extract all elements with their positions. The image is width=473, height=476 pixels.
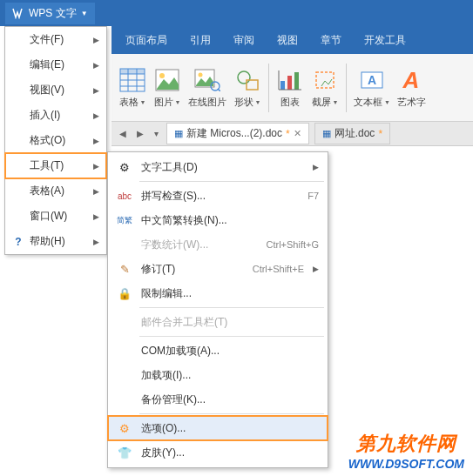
menu-file[interactable]: 文件(F)▶ [5, 27, 106, 52]
gear-icon: ⚙ [117, 420, 132, 436]
chevron-right-icon: ▶ [313, 265, 319, 273]
chinese-convert-icon: 简繁 [117, 212, 132, 228]
doc-nav-dropdown[interactable]: ▾ [152, 127, 161, 140]
submenu-label: 皮肤(Y)... [141, 446, 319, 460]
picture-icon [153, 66, 181, 94]
tab-dev-tools[interactable]: 开发工具 [354, 27, 416, 54]
chevron-right-icon: ▶ [93, 212, 99, 221]
chevron-right-icon: ▶ [93, 36, 99, 44]
menu-label: 插入(I) [30, 108, 93, 123]
document-icon: ▦ [322, 128, 331, 139]
submenu-spellcheck[interactable]: abc 拼写检查(S)... F7 [108, 184, 328, 208]
help-icon: ? [12, 236, 24, 248]
table-icon [118, 66, 146, 94]
submenu-restrict-edit[interactable]: 🔒 限制编辑... [108, 281, 328, 305]
submenu-chinese-convert[interactable]: 简繁 中文简繁转换(N)... [108, 208, 328, 232]
chevron-right-icon: ▶ [93, 162, 99, 171]
ribbon-shapes[interactable]: 形状▼ [233, 66, 261, 109]
chevron-right-icon: ▶ [93, 238, 99, 246]
doc-nav-next[interactable]: ▶ [134, 127, 146, 140]
main-menu-dropdown: 文件(F)▶ 编辑(E)▶ 视图(V)▶ 插入(I)▶ 格式(O)▶ 工具(T)… [4, 26, 107, 255]
menu-window[interactable]: 窗口(W)▶ [5, 204, 106, 229]
tab-review[interactable]: 审阅 [223, 27, 265, 54]
menu-tools[interactable]: 工具(T)▶ [5, 153, 106, 178]
unsaved-indicator: * [378, 128, 382, 140]
ribbon-wordart[interactable]: A 艺术字 [397, 66, 426, 109]
submenu-options[interactable]: ⚙ 选项(O)... [108, 416, 328, 440]
mail-merge-icon [117, 314, 132, 330]
submenu-label: COM加载项(A)... [141, 344, 319, 359]
menu-format[interactable]: 格式(O)▶ [5, 128, 106, 153]
svg-point-10 [199, 73, 203, 77]
chevron-right-icon: ▶ [93, 111, 99, 120]
svg-rect-15 [280, 81, 285, 90]
menu-help[interactable]: ?帮助(H)▶ [5, 229, 106, 254]
submenu-backup[interactable]: 备份管理(K)... [108, 387, 328, 412]
close-tab-icon[interactable]: ✕ [294, 128, 301, 139]
submenu-label: 字数统计(W)... [141, 238, 257, 252]
wps-logo-icon [12, 7, 24, 19]
skin-icon: 👕 [117, 445, 132, 460]
document-icon: ▦ [174, 128, 183, 139]
doc-tab[interactable]: ▦ 网址.doc * [314, 123, 390, 144]
submenu-label: 备份管理(K)... [141, 392, 319, 407]
tab-references[interactable]: 引用 [179, 27, 221, 54]
com-addins-icon [117, 343, 132, 359]
chevron-right-icon: ▶ [93, 61, 99, 70]
doc-tab-active[interactable]: ▦ 新建 Micros...(2).doc * ✕ [166, 123, 309, 144]
menu-table[interactable]: 表格(A)▶ [5, 178, 106, 204]
submenu-com-addins[interactable]: COM加载项(A)... [108, 339, 328, 363]
submenu-text-tools[interactable]: ⚙ 文字工具(D) ▶ [108, 155, 328, 179]
submenu-label: 限制编辑... [141, 286, 319, 301]
submenu-label: 加载项(I)... [141, 368, 319, 383]
submenu-addins[interactable]: 加载项(I)... [108, 363, 328, 387]
menu-view[interactable]: 视图(V)▶ [5, 77, 106, 103]
svg-text:A: A [402, 67, 420, 93]
online-picture-icon [193, 66, 221, 94]
submenu-word-count[interactable]: 字数统计(W)... Ctrl+Shift+G [108, 232, 328, 257]
tab-view[interactable]: 视图 [267, 27, 308, 54]
doc-nav-prev[interactable]: ◀ [117, 127, 129, 140]
caret-down-icon: ▼ [140, 99, 146, 105]
ribbon-tabs: 页面布局 引用 审阅 视图 章节 开发工具 [111, 26, 473, 54]
ribbon-chart[interactable]: 图表 [276, 66, 304, 109]
submenu-mail-merge[interactable]: 邮件合并工具栏(T) [108, 310, 328, 334]
menu-edit[interactable]: 编辑(E)▶ [5, 52, 106, 77]
doc-tab-name: 新建 Micros...(2).doc [186, 126, 282, 141]
caret-down-icon: ▼ [81, 10, 88, 17]
ribbon-screenshot[interactable]: 截屏▼ [311, 66, 339, 109]
spellcheck-icon: abc [117, 188, 132, 204]
chevron-right-icon: ▶ [93, 187, 99, 196]
ribbon-toolbar: 表格▼ 图片▼ 在线图片 形状▼ 图表 截屏▼ A 文本框▼ A 艺术字 [111, 54, 473, 122]
menu-insert[interactable]: 插入(I)▶ [5, 103, 106, 128]
caret-down-icon: ▼ [175, 99, 181, 105]
svg-point-13 [238, 71, 250, 84]
ribbon-textbox[interactable]: A 文本框▼ [354, 66, 390, 109]
tab-page-layout[interactable]: 页面布局 [115, 27, 178, 54]
ribbon-label: 文本框 [354, 96, 382, 109]
submenu-revision[interactable]: ✎ 修订(T) Ctrl+Shift+E ▶ [108, 257, 328, 281]
menu-label: 工具(T) [30, 158, 93, 173]
ribbon-table[interactable]: 表格▼ [118, 66, 146, 109]
ribbon-online-picture[interactable]: 在线图片 [188, 66, 226, 109]
textbox-icon: A [358, 66, 386, 94]
caret-down-icon: ▼ [255, 99, 261, 105]
watermark: 第九软件网 WWW.D9SOFT.COM [348, 431, 464, 471]
shapes-icon [233, 66, 261, 94]
menu-label: 表格(A) [30, 184, 93, 198]
tools-submenu: ⚙ 文字工具(D) ▶ abc 拼写检查(S)... F7 简繁 中文简繁转换(… [107, 151, 328, 468]
svg-rect-6 [120, 69, 145, 74]
tab-chapter[interactable]: 章节 [310, 27, 352, 54]
app-menu-button[interactable]: WPS 文字 ▼ [5, 3, 95, 24]
separator [139, 413, 324, 414]
ribbon-picture[interactable]: 图片▼ [153, 66, 181, 109]
submenu-label: 中文简繁转换(N)... [141, 213, 319, 228]
shortcut-text: Ctrl+Shift+G [266, 239, 319, 250]
menu-label: 格式(O) [30, 133, 93, 148]
chevron-right-icon: ▶ [93, 86, 99, 95]
ribbon-separator [268, 64, 269, 112]
menu-label: 编辑(E) [30, 57, 93, 72]
submenu-skin[interactable]: 👕 皮肤(Y)... [108, 440, 328, 465]
watermark-url: WWW.D9SOFT.COM [348, 457, 464, 471]
menu-label: 窗口(W) [30, 209, 93, 224]
